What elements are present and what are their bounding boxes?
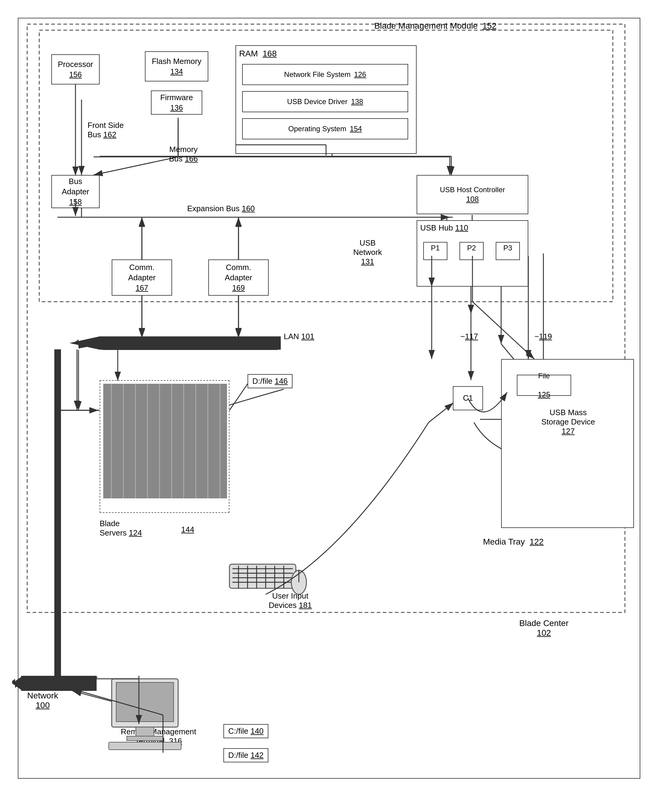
front-side-bus-label: Front SideBus 162 <box>87 121 124 139</box>
ram-label: RAM 168 <box>239 49 277 58</box>
c1-box: C1 <box>453 386 483 410</box>
ref-119-label: ~119 <box>534 332 552 341</box>
lan-label: LAN 101 <box>284 332 314 341</box>
port-p1-box: P1 <box>423 242 447 260</box>
network-arrow <box>12 676 23 691</box>
blade-servers-box <box>100 380 229 513</box>
usb-driver-box: USB Device Driver 138 <box>242 91 408 112</box>
ram-box: RAM 168 Network File System 126 USB Devi… <box>235 45 417 154</box>
usb-network-label: USBNetwork131 <box>353 238 382 266</box>
bus-adapter-box: Bus Adapter 158 <box>51 175 100 208</box>
diagram-container: Blade Management Module 152 Processor 15… <box>12 12 660 789</box>
usb-mass-storage-label: USB MassStorage Device127 <box>508 408 628 436</box>
terminal-icon <box>103 676 187 751</box>
d-file-142-box: D:/file 142 <box>223 748 268 762</box>
blade-servers-label: BladeServers 124 <box>100 519 142 537</box>
svg-rect-59 <box>136 727 154 736</box>
file-125-box: File 125 <box>517 375 571 396</box>
nfs-box: Network File System 126 <box>242 64 408 85</box>
comm-adapter-167-box: Comm.Adapter 167 <box>112 259 172 296</box>
svg-line-26 <box>263 389 284 395</box>
os-box: Operating System 154 <box>242 118 408 139</box>
c-file-140-box: C:/file 140 <box>223 724 268 738</box>
media-tray-box: File 125 USB MassStorage Device127 <box>501 359 634 528</box>
memory-bus-label: MemoryBus 166 <box>169 145 198 164</box>
port-p2-box: P2 <box>459 242 483 260</box>
ref-117-label: ~117 <box>460 332 478 341</box>
expansion-bus-label: Expansion Bus 160 <box>187 204 255 213</box>
ref-144-label: 144 <box>181 525 194 534</box>
network-label: Network100 <box>27 691 58 710</box>
lan-arrow <box>69 336 100 350</box>
svg-rect-58 <box>116 682 174 722</box>
svg-rect-60 <box>127 736 163 741</box>
blade-mgmt-label: Blade Management Module 152 <box>374 21 496 31</box>
svg-line-79 <box>472 302 534 359</box>
firmware-box: Firmware 136 <box>151 90 202 115</box>
media-tray-label: Media Tray 122 <box>483 537 544 547</box>
comm-adapter-169-box: Comm.Adapter 169 <box>208 259 269 296</box>
svg-line-90 <box>429 403 453 422</box>
blade-center-label: Blade Center102 <box>519 618 569 638</box>
svg-rect-44 <box>229 564 296 588</box>
svg-rect-61 <box>109 742 181 750</box>
port-p3-box: P3 <box>496 242 520 260</box>
server-rack-visual <box>103 384 227 499</box>
network-bar <box>21 676 97 691</box>
svg-line-7 <box>93 157 178 175</box>
d-file-146-box: D:/file 146 <box>248 374 293 388</box>
usb-host-controller-box: USB Host Controller 108 <box>417 175 528 214</box>
left-vertical-bus <box>54 349 61 681</box>
usb-hub-label: USB Hub 110 <box>420 223 468 233</box>
lan-bar <box>100 336 281 350</box>
usb-hub-box: USB Hub 110 P1 P2 P3 <box>417 220 528 286</box>
svg-line-82 <box>229 386 246 410</box>
processor-box: Processor 156 <box>51 54 100 84</box>
flash-memory-box: Flash Memory 134 <box>145 51 208 82</box>
keyboard-mouse-icon <box>223 546 314 606</box>
